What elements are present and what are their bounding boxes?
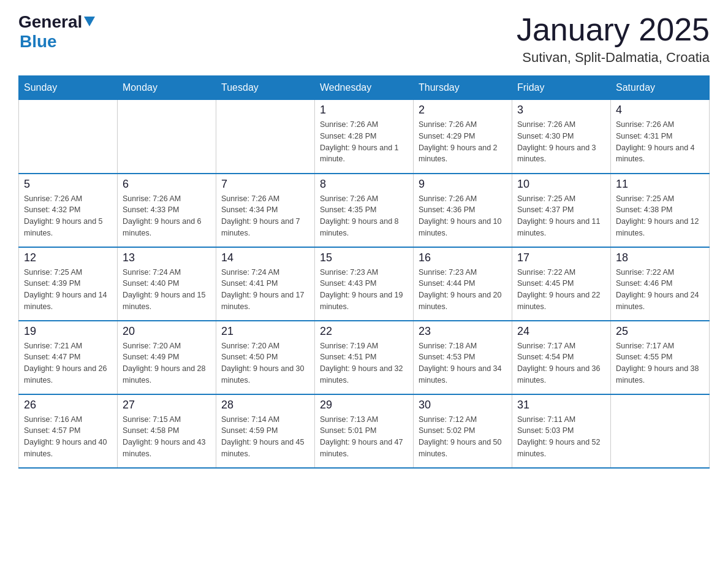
day-info: Sunrise: 7:17 AMSunset: 4:55 PMDaylight:… <box>616 340 704 386</box>
calendar-day-31: 31Sunrise: 7:11 AMSunset: 5:03 PMDayligh… <box>512 394 611 468</box>
weekday-header-tuesday: Tuesday <box>216 76 315 100</box>
calendar-day-2: 2Sunrise: 7:26 AMSunset: 4:29 PMDaylight… <box>414 100 512 174</box>
day-number: 29 <box>320 399 408 412</box>
day-info: Sunrise: 7:20 AMSunset: 4:50 PMDaylight:… <box>221 340 309 386</box>
day-number: 25 <box>616 325 704 338</box>
day-number: 31 <box>517 399 605 412</box>
day-number: 21 <box>221 325 309 338</box>
day-number: 14 <box>221 251 309 264</box>
calendar-week-row: 19Sunrise: 7:21 AMSunset: 4:47 PMDayligh… <box>19 321 710 394</box>
calendar-week-row: 1Sunrise: 7:26 AMSunset: 4:28 PMDaylight… <box>19 100 710 174</box>
day-number: 2 <box>419 104 507 117</box>
day-number: 19 <box>24 325 112 338</box>
calendar-day-25: 25Sunrise: 7:17 AMSunset: 4:55 PMDayligh… <box>611 321 710 394</box>
day-info: Sunrise: 7:12 AMSunset: 5:02 PMDaylight:… <box>419 414 507 460</box>
day-info: Sunrise: 7:19 AMSunset: 4:51 PMDaylight:… <box>320 340 408 386</box>
calendar-week-row: 26Sunrise: 7:16 AMSunset: 4:57 PMDayligh… <box>19 394 710 468</box>
day-number: 7 <box>221 178 309 191</box>
day-number: 9 <box>419 178 507 191</box>
day-info: Sunrise: 7:20 AMSunset: 4:49 PMDaylight:… <box>123 340 211 386</box>
day-number: 6 <box>123 178 211 191</box>
day-number: 10 <box>517 178 605 191</box>
weekday-header-saturday: Saturday <box>611 76 710 100</box>
weekday-header-friday: Friday <box>512 76 611 100</box>
day-number: 30 <box>419 399 507 412</box>
day-info: Sunrise: 7:25 AMSunset: 4:37 PMDaylight:… <box>517 193 605 239</box>
day-info: Sunrise: 7:26 AMSunset: 4:34 PMDaylight:… <box>221 193 309 239</box>
calendar-day-7: 7Sunrise: 7:26 AMSunset: 4:34 PMDaylight… <box>216 174 315 247</box>
weekday-header-wednesday: Wednesday <box>315 76 414 100</box>
calendar-day-12: 12Sunrise: 7:25 AMSunset: 4:39 PMDayligh… <box>19 247 118 321</box>
calendar-day-18: 18Sunrise: 7:22 AMSunset: 4:46 PMDayligh… <box>611 247 710 321</box>
day-number: 26 <box>24 399 112 412</box>
empty-day-cell <box>611 394 710 468</box>
calendar-day-17: 17Sunrise: 7:22 AMSunset: 4:45 PMDayligh… <box>512 247 611 321</box>
day-number: 12 <box>24 251 112 264</box>
day-info: Sunrise: 7:26 AMSunset: 4:33 PMDaylight:… <box>123 193 211 239</box>
day-info: Sunrise: 7:23 AMSunset: 4:44 PMDaylight:… <box>419 267 507 313</box>
day-number: 18 <box>616 251 704 264</box>
day-info: Sunrise: 7:16 AMSunset: 4:57 PMDaylight:… <box>24 414 112 460</box>
calendar-day-5: 5Sunrise: 7:26 AMSunset: 4:32 PMDaylight… <box>19 174 118 247</box>
day-number: 17 <box>517 251 605 264</box>
day-info: Sunrise: 7:15 AMSunset: 4:58 PMDaylight:… <box>123 414 211 460</box>
day-info: Sunrise: 7:22 AMSunset: 4:46 PMDaylight:… <box>616 267 704 313</box>
day-number: 15 <box>320 251 408 264</box>
weekday-header-thursday: Thursday <box>414 76 512 100</box>
day-info: Sunrise: 7:26 AMSunset: 4:35 PMDaylight:… <box>320 193 408 239</box>
day-number: 20 <box>123 325 211 338</box>
day-number: 5 <box>24 178 112 191</box>
day-info: Sunrise: 7:18 AMSunset: 4:53 PMDaylight:… <box>419 340 507 386</box>
logo-blue-text: Blue <box>20 32 57 51</box>
day-number: 27 <box>123 399 211 412</box>
calendar-day-28: 28Sunrise: 7:14 AMSunset: 4:59 PMDayligh… <box>216 394 315 468</box>
calendar-day-29: 29Sunrise: 7:13 AMSunset: 5:01 PMDayligh… <box>315 394 414 468</box>
calendar-day-6: 6Sunrise: 7:26 AMSunset: 4:33 PMDaylight… <box>118 174 216 247</box>
weekday-header-sunday: Sunday <box>19 76 118 100</box>
calendar-day-8: 8Sunrise: 7:26 AMSunset: 4:35 PMDaylight… <box>315 174 414 247</box>
calendar-week-row: 5Sunrise: 7:26 AMSunset: 4:32 PMDaylight… <box>19 174 710 247</box>
weekday-header-monday: Monday <box>118 76 216 100</box>
calendar-day-4: 4Sunrise: 7:26 AMSunset: 4:31 PMDaylight… <box>611 100 710 174</box>
day-number: 16 <box>419 251 507 264</box>
calendar-day-26: 26Sunrise: 7:16 AMSunset: 4:57 PMDayligh… <box>19 394 118 468</box>
calendar-day-19: 19Sunrise: 7:21 AMSunset: 4:47 PMDayligh… <box>19 321 118 394</box>
logo: General Blue <box>18 12 95 52</box>
day-info: Sunrise: 7:25 AMSunset: 4:39 PMDaylight:… <box>24 267 112 313</box>
day-info: Sunrise: 7:11 AMSunset: 5:03 PMDaylight:… <box>517 414 605 460</box>
page-header: General Blue January 2025 Sutivan, Split… <box>18 12 710 66</box>
weekday-header-row: SundayMondayTuesdayWednesdayThursdayFrid… <box>19 76 710 100</box>
calendar-day-10: 10Sunrise: 7:25 AMSunset: 4:37 PMDayligh… <box>512 174 611 247</box>
empty-day-cell <box>118 100 216 174</box>
day-info: Sunrise: 7:22 AMSunset: 4:45 PMDaylight:… <box>517 267 605 313</box>
calendar-day-16: 16Sunrise: 7:23 AMSunset: 4:44 PMDayligh… <box>414 247 512 321</box>
day-info: Sunrise: 7:24 AMSunset: 4:40 PMDaylight:… <box>123 267 211 313</box>
day-number: 13 <box>123 251 211 264</box>
day-info: Sunrise: 7:17 AMSunset: 4:54 PMDaylight:… <box>517 340 605 386</box>
day-info: Sunrise: 7:26 AMSunset: 4:31 PMDaylight:… <box>616 119 704 165</box>
day-number: 22 <box>320 325 408 338</box>
calendar-day-13: 13Sunrise: 7:24 AMSunset: 4:40 PMDayligh… <box>118 247 216 321</box>
day-info: Sunrise: 7:14 AMSunset: 4:59 PMDaylight:… <box>221 414 309 460</box>
day-info: Sunrise: 7:26 AMSunset: 4:30 PMDaylight:… <box>517 119 605 165</box>
calendar-day-23: 23Sunrise: 7:18 AMSunset: 4:53 PMDayligh… <box>414 321 512 394</box>
logo-triangle-icon <box>84 17 95 26</box>
day-number: 28 <box>221 399 309 412</box>
day-number: 24 <box>517 325 605 338</box>
day-info: Sunrise: 7:23 AMSunset: 4:43 PMDaylight:… <box>320 267 408 313</box>
calendar-day-14: 14Sunrise: 7:24 AMSunset: 4:41 PMDayligh… <box>216 247 315 321</box>
day-info: Sunrise: 7:13 AMSunset: 5:01 PMDaylight:… <box>320 414 408 460</box>
location-title: Sutivan, Split-Dalmatia, Croatia <box>517 50 710 66</box>
calendar-week-row: 12Sunrise: 7:25 AMSunset: 4:39 PMDayligh… <box>19 247 710 321</box>
calendar-day-30: 30Sunrise: 7:12 AMSunset: 5:02 PMDayligh… <box>414 394 512 468</box>
day-number: 11 <box>616 178 704 191</box>
calendar-day-22: 22Sunrise: 7:19 AMSunset: 4:51 PMDayligh… <box>315 321 414 394</box>
day-info: Sunrise: 7:26 AMSunset: 4:28 PMDaylight:… <box>320 119 408 165</box>
day-info: Sunrise: 7:26 AMSunset: 4:36 PMDaylight:… <box>419 193 507 239</box>
calendar-day-27: 27Sunrise: 7:15 AMSunset: 4:58 PMDayligh… <box>118 394 216 468</box>
day-number: 1 <box>320 104 408 117</box>
empty-day-cell <box>19 100 118 174</box>
day-info: Sunrise: 7:24 AMSunset: 4:41 PMDaylight:… <box>221 267 309 313</box>
day-number: 4 <box>616 104 704 117</box>
calendar-day-1: 1Sunrise: 7:26 AMSunset: 4:28 PMDaylight… <box>315 100 414 174</box>
